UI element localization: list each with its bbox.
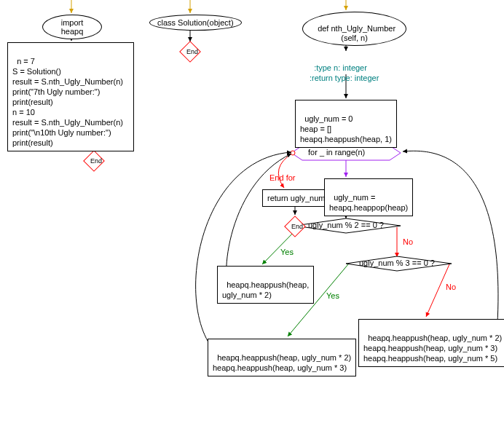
endfor-label: End for bbox=[269, 173, 295, 182]
loop-label: for _ in range(n) bbox=[308, 148, 365, 157]
def-label: def nth_Ugly_Number (self, n) bbox=[318, 24, 395, 42]
import-ellipse: import heapq bbox=[42, 15, 102, 39]
class-ellipse: class Solution(object) bbox=[149, 15, 242, 31]
class-label: class Solution(object) bbox=[157, 18, 234, 27]
end-label-mid: End bbox=[186, 48, 198, 55]
push235-block: heapq.heappush(heap, ugly_num * 2) heapq… bbox=[358, 319, 504, 367]
cond1-yes: Yes bbox=[280, 248, 294, 256]
end-marker-right: End bbox=[287, 218, 307, 239]
pop-block: ugly_num = heapq.heappop(heap) bbox=[324, 178, 413, 216]
end-marker-left: End bbox=[86, 153, 106, 173]
return-block: return ugly_num bbox=[262, 189, 331, 207]
cond1-text: ugly_num % 2 == 0 ? bbox=[308, 221, 384, 229]
cond1-no: No bbox=[403, 237, 413, 246]
return-text: return ugly_num bbox=[267, 194, 326, 202]
docstring: :type n: integer :return type: integer bbox=[310, 52, 379, 83]
def-ellipse: def nth_Ugly_Number (self, n) bbox=[302, 12, 406, 46]
end-label-right: End bbox=[291, 223, 303, 230]
end-marker-mid: End bbox=[182, 44, 202, 64]
push23-block: heapq.heappush(heap, ugly_num * 2) heapq… bbox=[208, 339, 356, 376]
end-label-left: End bbox=[90, 157, 102, 165]
pop-text: ugly_num = heapq.heappop(heap) bbox=[329, 193, 408, 212]
push235-text: heapq.heappush(heap, ugly_num * 2) heapq… bbox=[363, 334, 502, 363]
cond1-diamond: ugly_num % 2 == 0 ? bbox=[308, 221, 384, 229]
cond2-yes: Yes bbox=[326, 291, 339, 300]
push23-text: heapq.heappush(heap, ugly_num * 2) heapq… bbox=[213, 353, 351, 372]
init-block: ugly_num = 0 heap = [] heapq.heappush(he… bbox=[295, 100, 397, 148]
docstring-text: :type n: integer :return type: integer bbox=[310, 63, 379, 82]
init-text: ugly_num = 0 heap = [] heapq.heappush(he… bbox=[300, 114, 392, 143]
loop-hex: for _ in range(n) bbox=[308, 148, 365, 157]
main-code-text: n = 7 S = Solution() result = S.nth_Ugly… bbox=[12, 57, 123, 147]
cond2-no: No bbox=[446, 283, 456, 291]
svg-point-11 bbox=[291, 151, 295, 155]
cond2-diamond: ugly_num % 3 == 0 ? bbox=[359, 259, 435, 267]
cond2-text: ugly_num % 3 == 0 ? bbox=[359, 259, 435, 267]
push2-text: heapq.heappush(heap, ugly_num * 2) bbox=[222, 280, 309, 299]
main-code-block: n = 7 S = Solution() result = S.nth_Ugly… bbox=[7, 42, 134, 151]
push2-block: heapq.heappush(heap, ugly_num * 2) bbox=[217, 266, 314, 304]
import-label: import heapq bbox=[61, 18, 84, 36]
